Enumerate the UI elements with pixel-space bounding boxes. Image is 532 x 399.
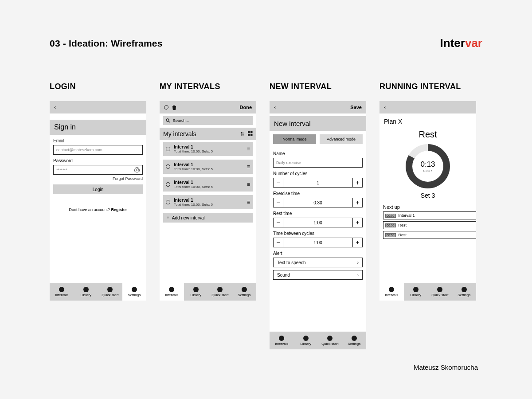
tab-library[interactable]: Library	[184, 283, 208, 301]
item-subtitle: Total time: 10:00, Sets: 5	[174, 185, 243, 189]
tab-label: Quick start	[321, 342, 338, 346]
exercise-stepper[interactable]: −0:30+	[273, 198, 363, 207]
tab-library[interactable]: Library	[404, 283, 428, 301]
next-label: Interval 1	[399, 213, 415, 218]
board-myintervals: MY INTERVALS Done Search... My	[160, 82, 256, 349]
drag-handle-icon[interactable]: ≡	[247, 164, 250, 170]
nextup-heading: Next up	[379, 203, 476, 211]
list-item[interactable]: Interval 1Total time: 10:00, Sets: 5≡	[163, 160, 253, 174]
list-item[interactable]: Interval 1Total time: 10:00, Sets: 5≡	[163, 142, 253, 156]
rest-stepper[interactable]: −1:00+	[273, 218, 363, 227]
top-bar: ‹	[379, 101, 476, 113]
tab-quickstart[interactable]: Quick start	[98, 283, 122, 301]
tab-intervals[interactable]: Intervals	[50, 283, 74, 301]
tab-dot-icon	[83, 287, 89, 292]
tab-quickstart[interactable]: Quick start	[318, 332, 342, 349]
tab-library[interactable]: Library	[74, 283, 98, 301]
tab-label: Settings	[128, 293, 141, 297]
tab-settings[interactable]: Settings	[452, 283, 477, 301]
svg-rect-5	[250, 134, 253, 136]
minus-button[interactable]: −	[274, 238, 283, 247]
tab-intervals[interactable]: Intervals	[160, 283, 184, 301]
name-field[interactable]: Daily exercise	[273, 158, 363, 168]
password-placeholder: *******	[56, 168, 67, 172]
save-button[interactable]: Save	[350, 105, 362, 110]
grid-icon[interactable]	[248, 131, 253, 137]
radio-icon[interactable]	[166, 200, 170, 204]
radio-icon[interactable]	[166, 147, 170, 151]
add-interval-button[interactable]: +Add new interval	[163, 213, 253, 223]
drag-handle-icon[interactable]: ≡	[247, 146, 250, 152]
tabbar: Intervals Library Quick start Settings	[50, 283, 146, 301]
sort-icon[interactable]: ⇅	[240, 131, 244, 137]
list-item[interactable]: Interval 1Total time: 10:00, Sets: 5≡	[163, 195, 253, 209]
forgot-password-link[interactable]: Forgot Password	[50, 175, 146, 181]
tab-dot-icon	[107, 287, 113, 292]
board-title-myintervals: MY INTERVALS	[160, 82, 256, 91]
tab-quickstart[interactable]: Quick start	[428, 283, 452, 301]
plus-button[interactable]: +	[352, 178, 362, 187]
next-tag: 00:50	[385, 223, 396, 227]
plus-button[interactable]: +	[352, 218, 362, 227]
mode-normal-button[interactable]: Normal mode	[273, 134, 316, 144]
add-label: Add new interval	[172, 215, 205, 220]
next-tag: 00:50	[385, 214, 396, 218]
back-icon[interactable]: ‹	[54, 104, 56, 110]
email-label: Email	[50, 135, 146, 145]
list-item[interactable]: Interval 1Total time: 10:00, Sets: 5≡	[163, 177, 253, 192]
drag-handle-icon[interactable]: ≡	[247, 181, 250, 188]
alert-tts-row[interactable]: Text to speech›	[273, 258, 363, 267]
trash-icon[interactable]	[172, 105, 176, 110]
radio-icon[interactable]	[164, 105, 168, 110]
tab-label: Settings	[348, 342, 360, 346]
password-field[interactable]: *******	[53, 165, 143, 175]
mode-advanced-button[interactable]: Advanced mode	[320, 134, 363, 144]
minus-button[interactable]: −	[274, 198, 283, 207]
tab-dot-icon	[279, 336, 284, 341]
progress-ring: 0:13 03:37	[406, 144, 450, 188]
between-label: Time between cycles	[270, 227, 366, 238]
radio-icon[interactable]	[166, 164, 170, 169]
email-placeholder: contact@mateszkom.com	[56, 148, 102, 152]
tab-quickstart[interactable]: Quick start	[208, 283, 232, 301]
drag-handle-icon[interactable]: ≡	[247, 199, 250, 205]
author-name: Mateusz Skomorucha	[414, 364, 478, 371]
done-button[interactable]: Done	[240, 105, 252, 110]
minus-button[interactable]: −	[274, 218, 283, 227]
tab-library[interactable]: Library	[294, 332, 318, 349]
board-login: LOGIN ‹ Sign in Email contact@mateszkom.…	[50, 82, 146, 349]
register-prompt: Dont have an account? Register	[50, 198, 146, 225]
cycles-label: Number of cycles	[270, 168, 366, 178]
svg-line-1	[169, 121, 170, 123]
back-icon[interactable]: ‹	[384, 104, 386, 110]
name-placeholder: Daily exercise	[276, 160, 301, 165]
alert-sound-row[interactable]: Sound›	[273, 270, 363, 280]
email-field[interactable]: contact@mateszkom.com	[53, 145, 143, 155]
search-icon	[166, 118, 170, 123]
eye-icon[interactable]	[134, 167, 140, 172]
tab-settings[interactable]: Settings	[122, 283, 147, 301]
tab-intervals[interactable]: Intervals	[379, 283, 404, 301]
nextup-row: 00:50Rest	[383, 221, 476, 229]
tab-label: Library	[191, 293, 201, 297]
back-icon[interactable]: ‹	[274, 104, 276, 110]
board-title-login: LOGIN	[50, 82, 146, 91]
tab-settings[interactable]: Settings	[232, 283, 257, 301]
register-link[interactable]: Register	[111, 207, 127, 212]
plus-button[interactable]: +	[352, 238, 362, 247]
exercise-label: Exercise time	[270, 188, 366, 198]
cycles-stepper[interactable]: −1+	[273, 178, 363, 188]
radio-icon[interactable]	[166, 182, 170, 187]
page-title: 03 - Ideation: Wireframes	[50, 38, 163, 49]
minus-button[interactable]: −	[274, 178, 283, 187]
login-button[interactable]: Login	[53, 184, 143, 194]
cycles-value: 1	[283, 180, 352, 185]
top-bar: ‹	[50, 101, 146, 113]
tab-intervals[interactable]: Intervals	[270, 332, 294, 349]
search-input[interactable]: Search...	[163, 116, 253, 125]
plus-button[interactable]: +	[352, 198, 362, 207]
tab-label: Quick start	[431, 293, 448, 297]
between-stepper[interactable]: −1:00+	[273, 238, 363, 247]
tab-settings[interactable]: Settings	[342, 332, 367, 349]
top-bar: Done	[160, 101, 256, 113]
